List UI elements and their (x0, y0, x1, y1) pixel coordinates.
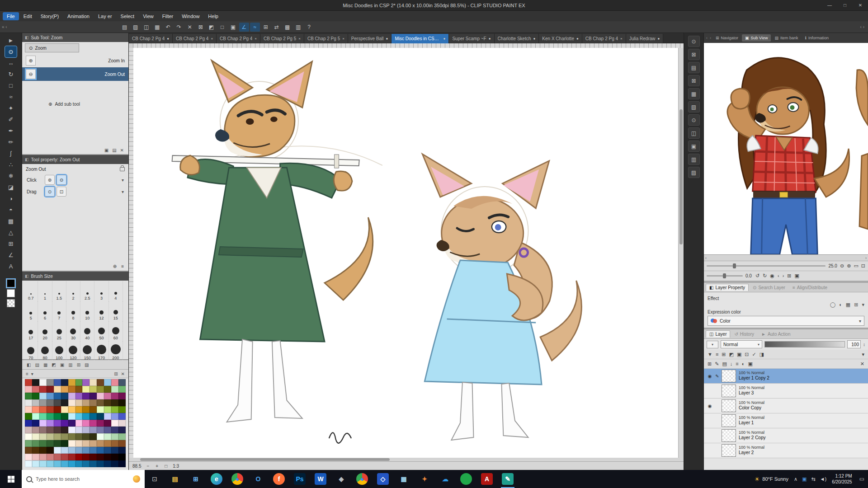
color-swatch[interactable] (32, 399, 39, 406)
tool-icon[interactable]: ⊞ (5, 238, 17, 249)
tabs-scroll-left-icon[interactable]: ‹ (705, 36, 708, 40)
tab-close-icon[interactable]: ● (576, 37, 579, 41)
document-tab[interactable]: Charlotte Sketch ● (495, 34, 539, 43)
brush-size-cell[interactable]: 3 (94, 282, 108, 301)
brush-size-cell[interactable]: 10 (80, 301, 94, 321)
tool-icon[interactable]: ∫ (5, 148, 17, 159)
tool-icon[interactable]: ∠ (5, 249, 17, 261)
palette-dock-icon[interactable]: ◧ (27, 362, 31, 367)
tab-close-icon[interactable]: × (211, 37, 213, 41)
canvas-hscrollbar[interactable] (129, 458, 684, 461)
document-tab[interactable]: Julia Redraw ● (626, 34, 664, 43)
tool-icon[interactable]: ✒ (5, 125, 17, 136)
color-swatch[interactable] (61, 399, 68, 406)
document-tab[interactable]: Ken X Charlotte ● (539, 34, 582, 43)
color-swatch[interactable] (32, 427, 39, 433)
taskbar-app-button[interactable]: e (206, 470, 227, 488)
layer-setting-icon[interactable]: ⊡ (745, 352, 749, 357)
color-swatch[interactable] (47, 399, 54, 406)
color-swatch[interactable] (68, 460, 75, 467)
color-swatch[interactable] (75, 379, 83, 386)
layer-thumbnail[interactable] (722, 429, 736, 442)
color-swatch[interactable] (25, 379, 32, 386)
color-swatch[interactable] (75, 406, 83, 413)
palette-dock-icon[interactable]: ⊞ (77, 362, 80, 367)
color-set-action-icon[interactable]: ⊞ (114, 371, 118, 376)
color-swatch[interactable] (97, 399, 104, 406)
subview-scrollbar[interactable]: ‹ › (704, 255, 868, 261)
color-swatch[interactable] (25, 433, 32, 440)
tool-icon[interactable]: ▩ (5, 216, 17, 227)
effect-icon[interactable]: ▾ (862, 302, 864, 308)
add-subtool-button[interactable]: ⊕ Add sub tool (22, 99, 128, 109)
layer-row[interactable]: ◉ ✎ 100 % Normal Layer 3 (704, 384, 868, 399)
menu-item[interactable]: Help (204, 12, 222, 20)
color-swatch[interactable] (47, 406, 54, 413)
color-swatch[interactable] (61, 440, 68, 447)
color-swatch[interactable] (90, 379, 97, 386)
tabs-scroll-right-icon[interactable]: › (709, 36, 712, 40)
dock-panel-icon[interactable]: ⊠ (688, 49, 700, 60)
menu-item[interactable]: Filter (158, 12, 177, 20)
drag-mode-button[interactable]: ⊙ (45, 187, 55, 197)
tool-icon[interactable]: ✐ (5, 114, 17, 125)
color-swatch[interactable] (90, 460, 97, 467)
tray-icon[interactable]: ◄) (820, 476, 827, 482)
layer-action-icon[interactable]: ≡ (736, 361, 738, 367)
color-swatch[interactable] (75, 393, 83, 399)
color-swatch[interactable] (54, 454, 61, 460)
color-swatch[interactable] (111, 447, 118, 454)
tool-icon[interactable]: ≈ (5, 91, 17, 103)
toolbar-icon[interactable]: □ (217, 23, 227, 32)
color-swatch[interactable] (47, 393, 54, 399)
tool-property-footer-icon[interactable]: ≡ (121, 264, 124, 269)
layer-panel-tab[interactable]: ► Auto Action (758, 331, 794, 338)
toolbar-icon[interactable]: ? (304, 23, 314, 32)
brush-size-cell[interactable]: 2.5 (80, 282, 94, 301)
effect-icon[interactable]: ▦ (846, 302, 850, 308)
color-swatch[interactable] (111, 460, 118, 467)
drag-mode-button[interactable]: ⊡ (57, 187, 66, 197)
search-highlight-icon[interactable] (133, 475, 140, 483)
toolbar-icon[interactable]: ▤ (120, 23, 130, 32)
color-swatch[interactable] (111, 386, 118, 393)
color-swatch[interactable] (68, 406, 75, 413)
tray-icon[interactable]: ▣ (802, 476, 807, 482)
chevron-down-icon[interactable]: ▾ (31, 371, 33, 376)
color-swatch[interactable] (61, 460, 68, 467)
dock-panel-icon[interactable]: ⊙ (688, 114, 700, 126)
color-swatch[interactable] (68, 433, 75, 440)
color-swatch[interactable] (90, 406, 97, 413)
color-swatch[interactable] (104, 393, 111, 399)
color-swatch[interactable] (104, 460, 111, 467)
layer-row[interactable]: ◉ ✎ 100 % Normal Color Copy (704, 399, 868, 413)
color-swatch[interactable] (90, 433, 97, 440)
color-swatch[interactable] (118, 413, 126, 420)
color-swatch[interactable] (25, 440, 32, 447)
color-swatch[interactable] (75, 399, 83, 406)
color-swatch[interactable] (104, 433, 111, 440)
color-swatch[interactable] (32, 454, 39, 460)
toolbar-scroll-right-icon[interactable]: ‹ › (859, 24, 866, 29)
color-swatch[interactable] (39, 393, 47, 399)
brush-size-cell[interactable]: 170 (94, 341, 108, 361)
menu-item[interactable]: Story(P) (37, 12, 63, 20)
document-tab[interactable]: CB Chap 2 Pg 4 ● (129, 34, 173, 43)
color-swatch[interactable] (61, 379, 68, 386)
color-swatch[interactable] (68, 427, 75, 433)
subview-rotate-icon[interactable]: › (783, 273, 784, 279)
document-tab[interactable]: CB Chap 2 Pg 4 × (217, 34, 260, 43)
color-swatch[interactable] (90, 454, 97, 460)
layer-name[interactable]: Layer 2 (739, 450, 764, 456)
tab-close-icon[interactable]: × (298, 37, 301, 41)
color-swatch[interactable] (75, 427, 83, 433)
color-swatch[interactable] (118, 440, 126, 447)
taskbar-app-button[interactable]: ▤ (165, 470, 185, 488)
subview-rotate-icon[interactable]: ▣ (795, 273, 799, 279)
right-panel-tab[interactable]: ⊞ Navigator (712, 34, 741, 42)
color-swatch[interactable] (90, 399, 97, 406)
color-swatch[interactable] (111, 420, 118, 427)
subview-zoom-slider[interactable] (707, 265, 826, 267)
brush-size-cell[interactable]: 15 (109, 301, 123, 321)
color-swatch[interactable] (32, 386, 39, 393)
